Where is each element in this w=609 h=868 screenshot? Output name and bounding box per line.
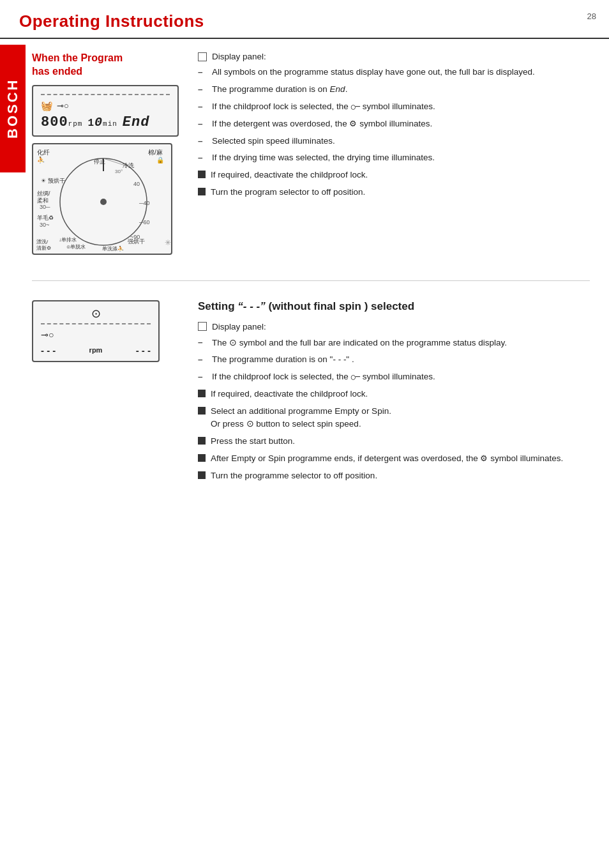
svg-text:─40: ─40 [139,200,149,206]
bullet-square [198,390,206,397]
display-icons-row: 🧺 ⊸○ [41,100,170,112]
svg-text:✳: ✳ [165,238,171,247]
svg-text:柔和: 柔和 [37,197,49,204]
svg-point-5 [100,199,107,205]
end-display: End [123,114,150,130]
bullet-square [198,188,206,195]
page-title: Operating Instructions [19,11,590,31]
rpm-label: rpm [89,346,103,354]
list-item: Press the start button. [198,436,590,448]
top-icon: ⊙ [41,307,151,321]
svg-text:☀ 预烘干: ☀ 预烘干 [41,178,65,184]
svg-text:30°: 30° [115,169,123,174]
min-display: 10min [87,114,117,130]
rpm-dashes-left: - - - [41,345,56,356]
svg-text:🔒: 🔒 [156,156,165,164]
section-divider [32,280,590,281]
section2-right: Setting “- - -” (without final spin ) se… [198,300,590,487]
section1-bullet-list: – All symbols on the programme status di… [198,66,590,199]
section-no-spin: ⊙ ⊸○ - - - rpm - - - Setting “- - -” (wi… [32,300,590,487]
page-number: 28 [587,11,596,21]
svg-text:40: 40 [133,181,140,187]
section1-left: When the Program has ended 🧺 ⊸○ 800rpm 1… [32,52,179,261]
list-item: – If the childproof lock is selected, th… [198,371,590,383]
rpm-row: - - - rpm - - - [41,345,151,356]
list-item: – If the detergent was overdosed, the ⚙ … [198,118,590,130]
svg-text:30~: 30~ [40,222,49,228]
list-item: – Selected spin speed illuminates. [198,135,590,148]
svg-text:↓单排水: ↓单排水 [59,237,77,243]
main-content: When the Program has ended 🧺 ⊸○ 800rpm 1… [0,39,609,500]
list-item: – If the childproof lock is selected, th… [198,101,590,113]
svg-text:30─: 30─ [40,204,50,210]
bullet-square [198,471,206,479]
svg-text:⊙单脱水: ⊙单脱水 [66,244,86,250]
svg-text:棉/麻: 棉/麻 [148,149,163,156]
bullet-square [198,437,206,445]
list-item: If required, deactivate the childproof l… [198,169,590,181]
list-item: If required, deactivate the childproof l… [198,388,590,400]
list-item: – The programme duration is on End. [198,84,590,96]
svg-text:─60: ─60 [139,219,149,225]
display-panel-2: ⊙ ⊸○ - - - rpm - - - [32,300,160,362]
wash-icon: 🧺 [41,100,53,112]
svg-text:羊毛♻: 羊毛♻ [37,215,54,221]
page-header: Operating Instructions [0,0,609,39]
section2-bullet-list: – The ⊙ symbol and the full bar are indi… [198,337,590,482]
list-item: – All symbols on the programme status di… [198,66,590,79]
section1-title: When the Program has ended [32,52,179,79]
list-item: – If the drying time was selected, the d… [198,152,590,164]
svg-text:单洗涤⛹: 单洗涤⛹ [102,245,124,252]
display-values-row: 800rpm 10min End [41,114,170,130]
dp-checkbox-2 [198,322,207,331]
rpm-display: 800rpm [41,114,82,130]
list-item: Select an additional programme Empty or … [198,406,590,430]
dash-line [41,94,170,95]
svg-text:⛹: ⛹ [37,156,45,164]
bullet-square [198,407,206,415]
brand-label: BOSCH [0,45,26,172]
svg-text:清新⚙: 清新⚙ [36,245,51,251]
section-when-program-ended: When the Program has ended 🧺 ⊸○ 800rpm 1… [32,52,590,261]
section2-title: Setting “- - -” (without final spin ) se… [198,300,590,313]
svg-text:漂洗/: 漂洗/ [36,239,49,245]
list-item: – The ⊙ symbol and the full bar are indi… [198,337,590,349]
bullet-square [198,171,206,178]
childlock-row: ⊸○ [41,330,151,340]
svg-text:丝绸/: 丝绸/ [37,190,50,197]
bullet-square [198,454,206,462]
dial-diagram: 化纤 ⛹ 棉/麻 🔒 停止 冷洗 30° 40 [32,143,172,255]
svg-text:化纤: 化纤 [37,149,50,156]
dp-label-1: Display panel: [198,52,590,61]
svg-text:强烘干: 强烘干 [128,238,145,245]
list-item: Turn the programme selector to off posit… [198,470,590,482]
list-item: Turn the program selector to off positio… [198,187,590,199]
list-item: – The programme duration is on "- - -" . [198,354,590,366]
display-panel-1: 🧺 ⊸○ 800rpm 10min End [32,85,179,137]
dash-line-2 [41,323,151,324]
section1-right: Display panel: – All symbols on the prog… [198,52,590,204]
dp-checkbox-1 [198,52,207,61]
rpm-dashes-right: - - - [136,345,151,356]
section2-left: ⊙ ⊸○ - - - rpm - - - [32,300,179,362]
dial-svg: 化纤 ⛹ 棉/麻 🔒 停止 冷洗 30° 40 [33,144,172,255]
dp-label-2: Display panel: [198,322,590,331]
list-item: After Empty or Spin programme ends, if d… [198,453,590,465]
